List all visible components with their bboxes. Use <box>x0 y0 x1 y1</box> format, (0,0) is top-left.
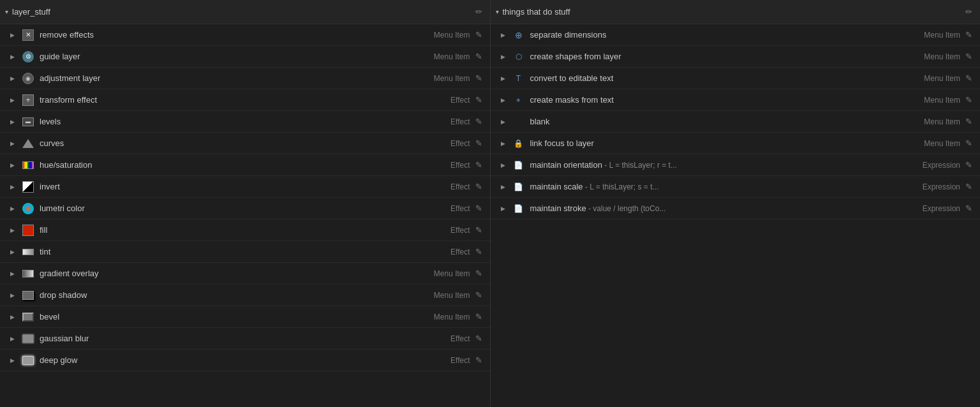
item-icon-convert-to-editable-text: T <box>512 72 525 85</box>
list-item[interactable]: ▶ invert Effect ✎ <box>0 176 490 198</box>
list-item[interactable]: ▶ ⊕ separate dimensions Menu Item ✎ <box>491 24 981 46</box>
item-edit-transform-effect[interactable]: ✎ <box>475 95 482 105</box>
item-chevron-convert-to-editable-text[interactable]: ▶ <box>501 75 507 82</box>
item-type-link-focus-to-layer: Menu Item <box>916 139 960 148</box>
right-panel-list: ▶ ⊕ separate dimensions Menu Item ✎ ▶ ⬡ … <box>491 24 981 219</box>
right-panel-chevron[interactable]: ▾ <box>496 8 499 15</box>
doc-icon: 📄 <box>513 181 524 193</box>
item-chevron-deep-glow[interactable]: ▶ <box>10 357 17 364</box>
item-type-tint: Effect <box>426 248 470 256</box>
item-label-gradient-overlay: gradient overlay <box>40 269 426 278</box>
item-edit-blank[interactable]: ✎ <box>965 117 972 126</box>
item-edit-guide-layer[interactable]: ✎ <box>475 52 482 61</box>
item-type-transform-effect: Effect <box>426 96 470 105</box>
item-edit-drop-shadow[interactable]: ✎ <box>475 290 482 300</box>
item-chevron-drop-shadow[interactable]: ▶ <box>10 292 17 299</box>
item-edit-levels[interactable]: ✎ <box>475 117 482 126</box>
item-chevron-maintain-stroke[interactable]: ▶ <box>501 205 507 212</box>
item-edit-tint[interactable]: ✎ <box>475 247 482 256</box>
item-chevron-gradient-overlay[interactable]: ▶ <box>10 270 17 277</box>
list-item[interactable]: ▶ 📄 maintain orientation - L = thisLayer… <box>491 154 981 176</box>
item-chevron-remove-effects[interactable]: ▶ <box>10 32 17 38</box>
list-item[interactable]: ▶ T convert to editable text Menu Item ✎ <box>491 68 981 89</box>
list-item[interactable]: ▶ ◉ adjustment layer Menu Item ✎ <box>0 68 490 89</box>
item-edit-link-focus-to-layer[interactable]: ✎ <box>965 138 972 148</box>
item-edit-lumetri-color[interactable]: ✎ <box>475 204 482 213</box>
item-chevron-lumetri-color[interactable]: ▶ <box>10 205 17 212</box>
item-edit-gaussian-blur[interactable]: ✎ <box>475 334 482 343</box>
item-label-tint: tint <box>40 247 426 256</box>
circle-q-icon: ◉ <box>22 73 34 84</box>
list-item[interactable]: ▶ hue/saturation Effect ✎ <box>0 154 490 176</box>
item-chevron-invert[interactable]: ▶ <box>10 184 17 190</box>
hue-icon <box>22 161 34 169</box>
list-item[interactable]: ▶ ▬ levels Effect ✎ <box>0 111 490 133</box>
list-item[interactable]: ▶ deep glow Effect ✎ <box>0 350 490 371</box>
list-item[interactable]: ▶ tint Effect ✎ <box>0 241 490 263</box>
item-chevron-adjustment-layer[interactable]: ▶ <box>10 75 17 82</box>
list-item[interactable]: ▶ curves Effect ✎ <box>0 133 490 154</box>
item-chevron-maintain-scale[interactable]: ▶ <box>501 184 507 190</box>
list-item[interactable]: ▶ fill Effect ✎ <box>0 219 490 241</box>
monitor-icon: ▬ <box>22 117 34 126</box>
item-chevron-fill[interactable]: ▶ <box>10 227 17 233</box>
item-chevron-gaussian-blur[interactable]: ▶ <box>10 336 17 342</box>
list-item[interactable]: ▶ ✕ remove effects Menu Item ✎ <box>0 24 490 46</box>
list-item[interactable]: ▶ ⚙ guide layer Menu Item ✎ <box>0 46 490 68</box>
item-edit-hue-saturation[interactable]: ✎ <box>475 160 482 170</box>
glow-icon <box>22 356 34 365</box>
list-item[interactable]: ▶ bevel Menu Item ✎ <box>0 306 490 328</box>
list-item[interactable]: ▶ blank Menu Item ✎ <box>491 111 981 133</box>
item-chevron-hue-saturation[interactable]: ▶ <box>10 162 17 168</box>
item-edit-invert[interactable]: ✎ <box>475 182 482 191</box>
list-item[interactable]: ▶ gaussian blur Effect ✎ <box>0 328 490 350</box>
tint-icon <box>22 249 34 255</box>
item-chevron-create-masks-from-text[interactable]: ▶ <box>501 97 507 103</box>
right-panel: ▾ things that do stuff ✏ ▶ ⊕ separate di… <box>491 0 981 407</box>
list-item[interactable]: ▶ lumetri color Effect ✎ <box>0 198 490 219</box>
list-item[interactable]: ▶ + transform effect Effect ✎ <box>0 89 490 111</box>
item-edit-deep-glow[interactable]: ✎ <box>475 355 482 365</box>
item-chevron-link-focus-to-layer[interactable]: ▶ <box>501 140 507 147</box>
item-edit-bevel[interactable]: ✎ <box>475 312 482 322</box>
item-edit-create-shapes-from-layer[interactable]: ✎ <box>965 52 972 61</box>
list-item[interactable]: ▶ drop shadow Menu Item ✎ <box>0 285 490 306</box>
right-panel-edit-icon[interactable]: ✏ <box>965 7 972 17</box>
item-chevron-maintain-orientation[interactable]: ▶ <box>501 162 507 168</box>
item-edit-adjustment-layer[interactable]: ✎ <box>475 73 482 83</box>
item-edit-fill[interactable]: ✎ <box>475 225 482 235</box>
separate-dim-icon: ⊕ <box>513 29 524 41</box>
item-edit-convert-to-editable-text[interactable]: ✎ <box>965 73 972 83</box>
item-chevron-bevel[interactable]: ▶ <box>10 314 17 320</box>
item-label-invert: invert <box>40 182 426 191</box>
item-chevron-transform-effect[interactable]: ▶ <box>10 97 17 103</box>
item-chevron-levels[interactable]: ▶ <box>10 119 17 125</box>
list-item[interactable]: ▶ gradient overlay Menu Item ✎ <box>0 263 490 285</box>
item-type-invert: Effect <box>426 182 470 191</box>
item-chevron-separate-dimensions[interactable]: ▶ <box>501 32 507 38</box>
list-item[interactable]: ▶ 🔒 link focus to layer Menu Item ✎ <box>491 133 981 154</box>
list-item[interactable]: ▶ ⌖ create masks from text Menu Item ✎ <box>491 89 981 111</box>
item-edit-remove-effects[interactable]: ✎ <box>475 30 482 40</box>
list-item[interactable]: ▶ 📄 maintain stroke - value / length (to… <box>491 198 981 219</box>
item-subtext-maintain-scale: - L = thisLayer; s = t... <box>583 182 659 191</box>
item-type-maintain-stroke: Expression <box>916 204 960 213</box>
item-chevron-curves[interactable]: ▶ <box>10 140 17 147</box>
left-panel-edit-icon[interactable]: ✏ <box>475 7 482 17</box>
item-edit-curves[interactable]: ✎ <box>475 138 482 148</box>
list-item[interactable]: ▶ ⬡ create shapes from layer Menu Item ✎ <box>491 46 981 68</box>
item-chevron-guide-layer[interactable]: ▶ <box>10 54 17 60</box>
item-edit-gradient-overlay[interactable]: ✎ <box>475 269 482 278</box>
item-type-separate-dimensions: Menu Item <box>916 31 960 40</box>
item-edit-separate-dimensions[interactable]: ✎ <box>965 30 972 40</box>
item-edit-maintain-orientation[interactable]: ✎ <box>965 160 972 170</box>
item-chevron-create-shapes-from-layer[interactable]: ▶ <box>501 54 507 60</box>
item-chevron-blank[interactable]: ▶ <box>501 119 507 125</box>
item-chevron-tint[interactable]: ▶ <box>10 249 17 255</box>
left-panel-chevron[interactable]: ▾ <box>5 8 8 15</box>
item-edit-maintain-scale[interactable]: ✎ <box>965 182 972 191</box>
item-edit-create-masks-from-text[interactable]: ✎ <box>965 95 972 105</box>
item-label-create-masks-from-text: create masks from text <box>530 95 916 105</box>
item-edit-maintain-stroke[interactable]: ✎ <box>965 204 972 213</box>
list-item[interactable]: ▶ 📄 maintain scale - L = thisLayer; s = … <box>491 176 981 198</box>
